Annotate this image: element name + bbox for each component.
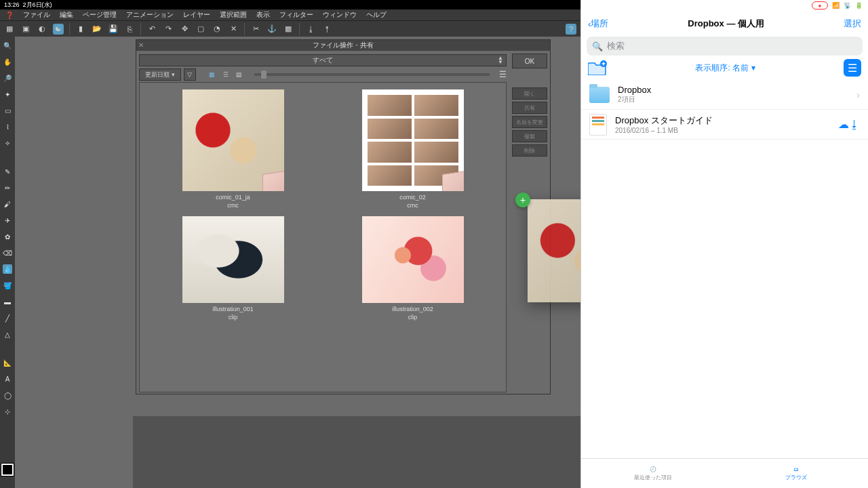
hand-tool-icon[interactable]: ✋ <box>3 57 12 66</box>
search-field[interactable]: 🔍 検索 <box>587 37 863 56</box>
rename-button[interactable]: 名前を変更 <box>512 116 547 128</box>
figure-tool-icon[interactable]: △ <box>3 329 12 339</box>
pen-tool-icon[interactable]: ✎ <box>3 167 12 176</box>
menu-filter[interactable]: フィルター <box>279 10 313 20</box>
folder-icon <box>589 87 610 103</box>
thumbnail-size-slider[interactable] <box>254 73 490 76</box>
battery-icon: 🔋 <box>855 2 863 9</box>
grid-view-icon[interactable]: ▦ <box>207 69 218 80</box>
back-button[interactable]: ‹場所 <box>588 18 608 30</box>
marquee-icon[interactable]: ▩ <box>283 24 294 35</box>
tab-browse[interactable]: 🗂 ブラウズ <box>725 459 869 488</box>
zoom-tool-icon[interactable]: 🔎 <box>3 73 12 83</box>
menu-help[interactable]: ヘルプ <box>366 10 387 20</box>
cut-icon[interactable]: ✂ <box>250 24 261 35</box>
new-file-icon[interactable]: ▮ <box>75 24 86 35</box>
menu-icon[interactable]: ☰ <box>499 70 507 79</box>
file-item[interactable]: illustration_002clip <box>326 216 499 321</box>
save-icon[interactable]: 💾 <box>108 24 119 35</box>
dialog-titlebar[interactable]: ✕ ファイル操作・共有 <box>136 40 550 51</box>
correct-tool-icon[interactable]: ⊹ <box>3 407 12 416</box>
window-icon[interactable]: ▣ <box>20 24 31 35</box>
menu-page[interactable]: ページ管理 <box>83 10 117 20</box>
file-name: illustration_002clip <box>392 305 433 321</box>
new-folder-button[interactable] <box>588 60 607 75</box>
detail-view-icon[interactable]: ▤ <box>234 69 245 80</box>
file-list: Dropbox 2項目 › Dropbox スタートガイド 2016/02/16… <box>581 80 868 458</box>
share-button[interactable]: 共有 <box>512 102 547 114</box>
delete-button[interactable]: 削除 <box>512 144 547 157</box>
document-icon <box>589 114 607 136</box>
clear-icon[interactable]: ▢ <box>195 24 206 35</box>
tab-recents[interactable]: 🕘 最近使った項目 <box>581 459 725 488</box>
help-icon[interactable]: ? <box>566 24 576 35</box>
decoration-tool-icon[interactable]: ✿ <box>3 232 12 241</box>
menu-selection[interactable]: 選択範囲 <box>220 10 247 20</box>
dialog-main: すべて ▲▼ 更新日順 ▾ ▽ ▦ ☰ ▤ ☰ <box>136 51 509 395</box>
rect-select-icon[interactable]: ▭ <box>3 106 12 115</box>
eraser-tool-icon[interactable]: ⌫ <box>3 248 12 258</box>
line-tool-icon[interactable]: ╱ <box>3 313 12 323</box>
bucket2-icon[interactable]: ◔ <box>212 24 222 35</box>
row-text: Dropbox 2項目 <box>618 85 848 104</box>
list-row-file[interactable]: Dropbox スタートガイド 2016/02/16 – 1.1 MB ☁︎⭳ <box>581 110 868 140</box>
close-icon[interactable]: ✕ <box>138 41 146 49</box>
swirl-icon[interactable]: ◐ <box>37 24 47 35</box>
list-row-folder[interactable]: Dropbox 2項目 › <box>581 80 868 110</box>
menu-window[interactable]: ウィンドウ <box>323 10 357 20</box>
duplicate-button[interactable]: 複製 <box>512 130 547 142</box>
blend-tool-icon[interactable]: 💧 <box>3 264 12 274</box>
menu-file[interactable]: ファイル <box>23 10 50 20</box>
select-button[interactable]: 選択 <box>844 18 861 30</box>
balloon-tool-icon[interactable]: ◯ <box>3 390 12 400</box>
airbrush-tool-icon[interactable]: ✈ <box>3 216 12 225</box>
save-as-icon[interactable]: ⎘ <box>124 24 135 35</box>
wand-tool-icon[interactable]: ✧ <box>3 138 12 148</box>
spiral-icon[interactable]: ☯ <box>53 24 64 35</box>
select-arrows-icon: ▲▼ <box>498 56 503 64</box>
open-button[interactable]: 開く <box>512 87 547 100</box>
clock-icon: 🕘 <box>650 466 656 472</box>
file-item[interactable]: comic_02cmc <box>326 89 499 209</box>
cloud-download-icon[interactable]: ☁︎⭳ <box>838 118 860 131</box>
list-view-toggle[interactable]: ☰ <box>844 59 861 77</box>
list-view-icon[interactable]: ☰ <box>220 69 231 80</box>
open-icon[interactable]: 📂 <box>92 24 102 35</box>
magnify-tool-icon[interactable]: 🔍 <box>3 41 12 50</box>
anchor-icon[interactable]: ⚓ <box>267 24 277 35</box>
menu-view[interactable]: 表示 <box>256 10 270 20</box>
lasso-tool-icon[interactable]: ⌇ <box>3 122 12 131</box>
redo-icon[interactable]: ↷ <box>163 24 174 35</box>
menu-layer[interactable]: レイヤー <box>183 10 210 20</box>
file-item[interactable]: illustration_001clip <box>146 216 319 321</box>
sort-order-button[interactable]: 表示順序: 名前 ▾ <box>695 62 755 74</box>
ok-button[interactable]: OK <box>512 54 547 68</box>
download-icon[interactable]: ⭳ <box>305 24 316 35</box>
row-subtitle: 2項目 <box>618 95 848 104</box>
grid-icon[interactable]: ▦ <box>4 24 15 35</box>
color-swatch[interactable] <box>1 464 14 476</box>
sort-direction-button[interactable]: ▽ <box>184 68 196 81</box>
wifi-icon: 📡 <box>844 2 851 9</box>
app-logo-icon[interactable]: ❓ <box>5 12 14 19</box>
undo-icon[interactable]: ↶ <box>146 24 157 35</box>
menu-animation[interactable]: アニメーション <box>126 10 174 20</box>
gradient-tool-icon[interactable]: ▬ <box>3 297 12 306</box>
ruler-tool-icon[interactable]: 📐 <box>3 358 12 367</box>
fill-tool-icon[interactable]: 🪣 <box>3 281 12 290</box>
upload-icon[interactable]: ⭱ <box>321 24 332 35</box>
menu-edit[interactable]: 編集 <box>60 10 73 20</box>
pencil-tool-icon[interactable]: ✏ <box>3 183 12 192</box>
ipad-status-bar-left: 13:26 2月6日(水) <box>0 0 580 9</box>
brush-tool-icon[interactable]: 🖌 <box>3 199 12 209</box>
thumbnail <box>362 216 464 303</box>
filter-select[interactable]: すべて ▲▼ <box>139 54 507 66</box>
file-item[interactable]: comic_01_jacmc <box>146 89 319 209</box>
status-date: 2月6日(水) <box>23 1 52 9</box>
move-icon[interactable]: ✥ <box>179 24 190 35</box>
snap-tool-icon[interactable]: ✦ <box>3 89 12 99</box>
sort-button[interactable]: 更新日順 ▾ <box>139 68 181 81</box>
lasso2-icon[interactable]: ✕ <box>228 24 239 35</box>
text-tool-icon[interactable]: A <box>3 374 12 384</box>
search-icon: 🔍 <box>592 41 603 52</box>
